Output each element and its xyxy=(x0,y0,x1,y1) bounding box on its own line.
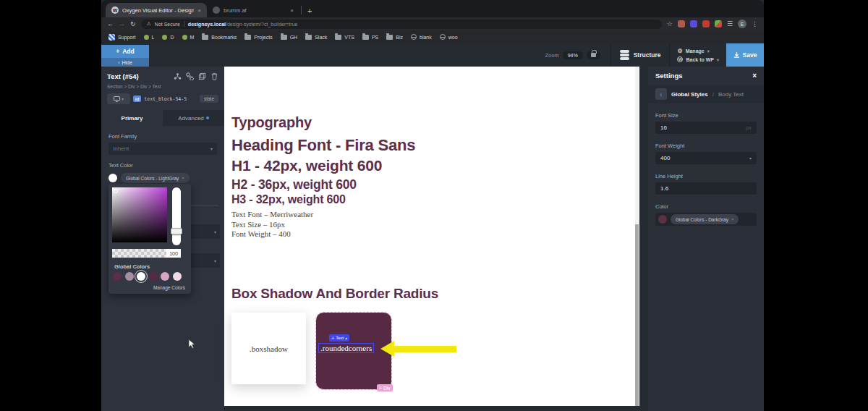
remove-icon[interactable]: × xyxy=(182,176,184,180)
bookmark-folder-ps[interactable]: PS xyxy=(362,35,378,40)
hidden-dropdown[interactable]: ▾ xyxy=(187,253,220,268)
color-swatch[interactable] xyxy=(161,272,169,281)
hidden-dropdown[interactable]: ▾ xyxy=(187,224,220,239)
profile-avatar[interactable]: E xyxy=(738,20,746,28)
folder-icon xyxy=(202,35,208,40)
bookmark-blank[interactable]: blank xyxy=(411,34,432,40)
boxshadow-demo-box[interactable]: .boxshadow xyxy=(231,313,306,384)
tab-brumm[interactable]: brumm.af × xyxy=(207,3,299,17)
element-breadcrumb[interactable]: Section > Div > Div > Text xyxy=(101,80,224,89)
color-picker-popup: 100 Global Colors Manage Colors xyxy=(109,184,191,294)
hide-button[interactable]: ‹ Hide xyxy=(101,58,149,67)
h2-spec-line[interactable]: H2 - 36px, weight 600 xyxy=(231,177,357,192)
tab-close-icon[interactable]: × xyxy=(197,7,201,14)
folder-icon xyxy=(281,35,287,40)
bookmark-d[interactable]: D xyxy=(162,35,174,40)
bookmark-folder-slack[interactable]: Slack xyxy=(305,35,327,40)
device-selector[interactable]: ▾ xyxy=(107,93,130,104)
body-text-specs[interactable]: Text Font – Merriweather Text Size – 16p… xyxy=(231,210,313,240)
h3-spec-line[interactable]: H3 - 32px, weight 600 xyxy=(231,193,346,206)
value-slider[interactable] xyxy=(172,187,181,245)
bookmark-folder-bookmarks[interactable]: Bookmarks xyxy=(202,35,237,40)
color-swatch[interactable] xyxy=(658,215,667,224)
extension-icon[interactable] xyxy=(715,20,722,27)
color-swatch[interactable] xyxy=(149,272,158,281)
bookmark-folder-projects[interactable]: Projects xyxy=(244,35,272,40)
tab-close-icon[interactable]: × xyxy=(290,7,294,14)
back-icon[interactable]: ← xyxy=(107,21,114,27)
settings-panel: Settings × ‹ Global Styles / Body Text F… xyxy=(648,67,764,411)
opacity-slider[interactable]: 100 xyxy=(112,249,181,258)
bookmark-folder-biz[interactable]: Biz xyxy=(386,35,403,40)
selected-element-badge[interactable]: ✛ Text ▴ xyxy=(329,334,349,342)
body-spec-line: Text Font – Merriweather xyxy=(231,210,313,220)
dot-icon xyxy=(182,35,187,40)
font-size-input[interactable]: 16 px xyxy=(655,122,757,134)
heading-font-line[interactable]: Heading Font - Fira Sans xyxy=(231,136,415,155)
browser-menu-icon[interactable]: ⋮ xyxy=(752,21,758,27)
bookmark-m[interactable]: M xyxy=(182,35,195,40)
bookmark-star-icon[interactable]: ☆ xyxy=(667,21,673,27)
extension-icon[interactable] xyxy=(678,20,685,27)
element-id-value[interactable]: text_block-54-5 xyxy=(144,96,197,102)
structure-button[interactable]: Structure xyxy=(610,43,670,67)
line-height-input[interactable]: 1.6 xyxy=(655,182,757,195)
font-weight-select[interactable]: 400 ▾ xyxy=(655,152,757,164)
color-swatch-selected[interactable] xyxy=(137,272,145,281)
bookmark-support[interactable]: Support xyxy=(109,34,136,41)
roundedcorners-label-selected[interactable]: .roundedcorners xyxy=(318,343,374,353)
add-button[interactable]: + Add xyxy=(101,45,149,58)
save-button[interactable]: Save xyxy=(726,43,764,67)
manage-button[interactable]: ⚙ Manage ▾ xyxy=(677,48,719,54)
remove-icon[interactable]: × xyxy=(731,217,734,221)
saturation-area[interactable] xyxy=(112,187,167,242)
url-input[interactable]: ⚠ Not Secure designsys.local/design-syst… xyxy=(141,20,662,29)
extension-icon[interactable] xyxy=(690,20,697,27)
tab-oxygen-editor[interactable]: W Oxygen Visual Editor - Design × xyxy=(106,3,207,17)
text-color-swatch[interactable] xyxy=(109,174,117,182)
canvas-scrollbar[interactable] xyxy=(635,67,639,406)
id-badge[interactable]: id xyxy=(133,96,141,102)
color-swatch[interactable] xyxy=(113,272,122,281)
h1-spec-line[interactable]: H1 - 42px, weight 600 xyxy=(231,157,382,174)
opacity-value[interactable]: 100 xyxy=(166,249,181,258)
move-icon: ✛ xyxy=(331,336,334,340)
text-color-chip[interactable]: Global Colors - LightGray × xyxy=(121,173,190,183)
reading-list-icon[interactable]: ☰ xyxy=(727,21,733,27)
slider-handle[interactable] xyxy=(171,228,182,234)
zoom-value[interactable]: 94% xyxy=(563,51,583,59)
link-icon[interactable] xyxy=(186,72,194,80)
bookmark-woo[interactable]: woo xyxy=(440,34,458,40)
font-family-select[interactable]: Inherit ▾ xyxy=(109,143,217,155)
trash-icon[interactable] xyxy=(210,72,218,80)
reload-icon[interactable]: ↻ xyxy=(130,21,136,27)
manage-colors-link[interactable]: Manage Colors xyxy=(153,285,185,290)
color-field[interactable]: Global Colors - DarkGray × xyxy=(655,213,757,226)
typography-heading[interactable]: Typography xyxy=(231,114,312,131)
color-swatch[interactable] xyxy=(173,272,182,281)
back-to-wp-button[interactable]: W Back to WP ▾ xyxy=(677,56,719,62)
color-chip[interactable]: Global Colors - DarkGray × xyxy=(671,214,739,224)
extension-icon[interactable] xyxy=(702,20,710,27)
wordpress-icon: W xyxy=(677,56,683,62)
breadcrumb-global-styles[interactable]: Global Styles xyxy=(671,91,708,98)
bookmark-folder-vts[interactable]: VTS xyxy=(335,35,354,40)
zoom-lock-button[interactable] xyxy=(587,51,600,59)
close-icon[interactable]: × xyxy=(752,72,757,80)
new-tab-button[interactable]: + xyxy=(307,7,312,15)
hierarchy-icon[interactable] xyxy=(174,72,182,80)
state-button[interactable]: state xyxy=(200,95,218,103)
back-button[interactable]: ‹ xyxy=(655,88,667,100)
forward-icon[interactable]: → xyxy=(119,21,125,27)
box-section-heading[interactable]: Box Shadow And Border Radius xyxy=(231,286,438,302)
bookmark-l[interactable]: L xyxy=(144,35,155,40)
div-element-badge[interactable]: ✛ Div xyxy=(377,384,393,391)
saturation-handle[interactable] xyxy=(114,189,118,193)
duplicate-icon[interactable] xyxy=(198,72,206,80)
unit-label[interactable]: px xyxy=(746,125,752,130)
bookmark-folder-gh[interactable]: GH xyxy=(281,35,298,40)
color-swatch[interactable] xyxy=(125,272,134,281)
tab-advanced[interactable]: Advanced xyxy=(163,110,224,126)
scrollbar-thumb[interactable] xyxy=(635,224,639,406)
tab-primary[interactable]: Primary xyxy=(101,110,163,126)
